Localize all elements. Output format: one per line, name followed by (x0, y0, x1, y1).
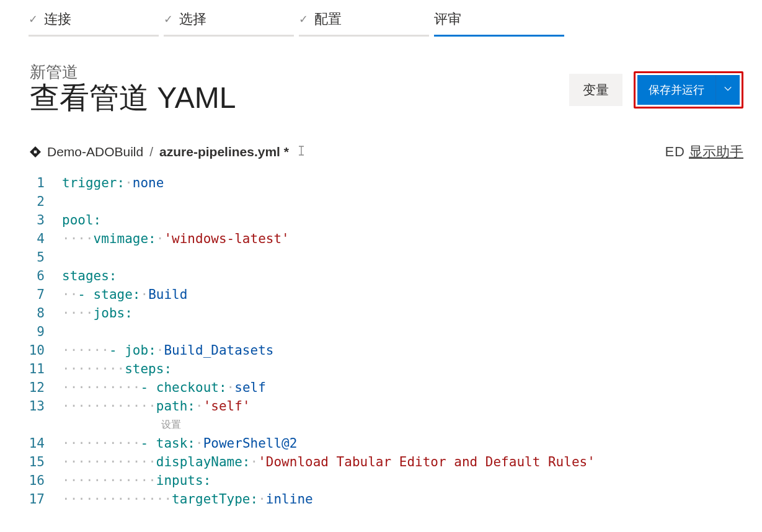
line-number: 2 (0, 192, 62, 211)
breadcrumb-file[interactable]: azure-pipelines.yml * (159, 144, 289, 159)
page-header: 新管道 查看管道 YAML 变量 保存并运行 (0, 43, 762, 124)
line-number: 16 (0, 471, 62, 490)
step-label: 配置 (314, 10, 342, 29)
code-line[interactable]: 14··········- task:·PowerShell@2 (0, 434, 762, 453)
checkmark-icon: ✓ (164, 12, 173, 26)
code-content: stages: (62, 267, 117, 285)
assistant-label: 显示助手 (689, 143, 743, 161)
code-content: pool: (62, 211, 101, 229)
checkmark-icon: ✓ (29, 12, 38, 26)
line-number: 6 (0, 267, 62, 285)
task-settings-codelens[interactable]: 设置 (0, 415, 762, 434)
line-number: 9 (0, 322, 62, 341)
breadcrumb-separator: / (149, 144, 153, 159)
code-line[interactable]: 6stages: (0, 267, 762, 285)
code-line[interactable]: 8····jobs: (0, 304, 762, 322)
code-content: ············inputs: (62, 471, 211, 490)
code-content: trigger:·none (62, 174, 164, 192)
breadcrumb: Demo-ADOBuild / azure-pipelines.yml * (30, 144, 308, 160)
assistant-prefix: ED (665, 144, 685, 160)
code-line[interactable]: 13············path:·'self' (0, 397, 762, 415)
checkmark-icon: ✓ (299, 12, 308, 26)
step-review[interactable]: 评审 (434, 6, 564, 37)
page-title: 查看管道 YAML (30, 78, 236, 118)
line-number: 1 (0, 174, 62, 192)
step-configure[interactable]: ✓ 配置 (299, 6, 429, 37)
step-label: 评审 (434, 10, 461, 29)
code-line[interactable]: 2 (0, 192, 762, 211)
line-number: 3 (0, 211, 62, 229)
code-content: ········steps: (62, 360, 172, 378)
repo-icon (30, 146, 41, 157)
variables-button[interactable]: 变量 (569, 74, 622, 106)
header-actions: 变量 保存并运行 (569, 71, 743, 109)
pipeline-stepper: ✓ 连接 ✓ 选择 ✓ 配置 评审 (0, 0, 762, 43)
save-and-run-button[interactable]: 保存并运行 (637, 75, 715, 105)
step-label: 选择 (179, 10, 206, 29)
code-content: ············path:·'self' (62, 397, 250, 415)
code-content: ··········- checkout:·self (62, 378, 266, 397)
line-number: 7 (0, 285, 62, 304)
breadcrumb-repo[interactable]: Demo-ADOBuild (47, 144, 143, 159)
code-line[interactable]: 4····vmimage:·'windows-latest' (0, 229, 762, 248)
line-number: 5 (0, 248, 62, 267)
code-line[interactable]: 7··- stage:·Build (0, 285, 762, 304)
save-run-highlight: 保存并运行 (634, 71, 743, 109)
code-line[interactable]: 16············inputs: (0, 471, 762, 490)
code-line[interactable]: 10······- job:·Build_Datasets (0, 341, 762, 360)
title-block: 新管道 查看管道 YAML (30, 61, 236, 118)
code-line[interactable]: 3pool: (0, 211, 762, 229)
code-content: ····vmimage:·'windows-latest' (62, 229, 290, 248)
code-line[interactable]: 15············displayName:·'Download Tab… (0, 453, 762, 471)
line-number: 8 (0, 304, 62, 322)
step-select[interactable]: ✓ 选择 (164, 6, 294, 37)
code-line[interactable]: 12··········- checkout:·self (0, 378, 762, 397)
line-number: 14 (0, 434, 62, 453)
line-number: 11 (0, 360, 62, 378)
line-number: 4 (0, 229, 62, 248)
line-number: 17 (0, 490, 62, 508)
show-assistant-toggle[interactable]: ED 显示助手 (665, 143, 743, 161)
code-content: ····jobs: (62, 304, 133, 322)
line-number: 15 (0, 453, 62, 471)
code-line[interactable]: 9 (0, 322, 762, 341)
breadcrumb-row: Demo-ADOBuild / azure-pipelines.yml * ED… (0, 124, 762, 167)
svg-rect-0 (34, 151, 37, 154)
code-line[interactable]: 17··············targetType:·inline (0, 490, 762, 508)
line-number: 10 (0, 341, 62, 360)
code-content: ······- job:·Build_Datasets (62, 341, 273, 360)
step-connect[interactable]: ✓ 连接 (29, 6, 159, 37)
code-line[interactable]: 5 (0, 248, 762, 267)
step-label: 连接 (44, 10, 71, 29)
code-content: ··- stage:·Build (62, 285, 187, 304)
chevron-down-icon (724, 84, 732, 93)
line-number: 13 (0, 397, 62, 415)
save-and-run-dropdown[interactable] (715, 75, 740, 105)
code-content: ··········- task:·PowerShell@2 (62, 434, 297, 453)
code-content: ············displayName:·'Download Tabul… (62, 453, 595, 471)
code-content: ··············targetType:·inline (62, 490, 313, 508)
line-number: 12 (0, 378, 62, 397)
code-line[interactable]: 11········steps: (0, 360, 762, 378)
yaml-editor[interactable]: 1trigger:·none23pool:4····vmimage:·'wind… (0, 167, 762, 508)
code-line[interactable]: 1trigger:·none (0, 174, 762, 192)
rename-icon[interactable] (295, 144, 308, 160)
